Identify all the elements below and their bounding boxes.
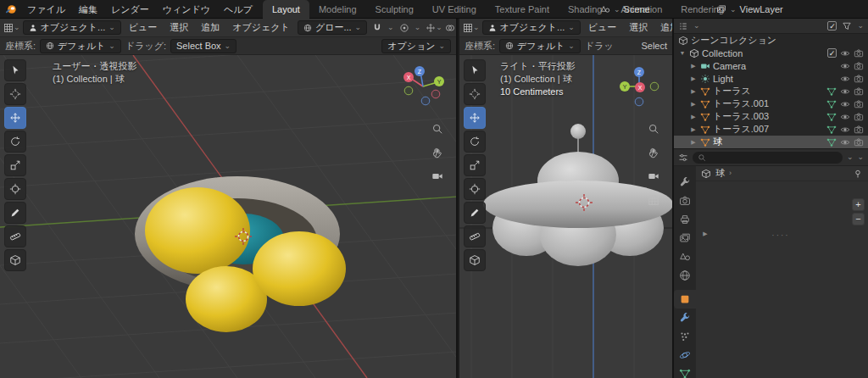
- tool-measure[interactable]: [4, 225, 26, 247]
- tool-scale[interactable]: [464, 154, 486, 176]
- 3d-viewport-canvas-right[interactable]: ライト・平行投影 (1) Collection | 球 10 Centimete…: [459, 55, 672, 378]
- tab-sculpting[interactable]: Sculpting: [366, 0, 423, 19]
- editor-type-button[interactable]: ⌄: [3, 20, 20, 36]
- menu-view[interactable]: ビュー: [583, 21, 622, 34]
- remove-item-button[interactable]: −: [852, 213, 865, 225]
- ortho-grid-icon[interactable]: [648, 194, 659, 206]
- tab-modifier-properties[interactable]: [674, 309, 696, 327]
- tab-layout[interactable]: Layout: [263, 0, 309, 19]
- 3d-viewport-canvas-left[interactable]: ユーザー・透視投影 (1) Collection | 球: [0, 55, 456, 378]
- render-visibility-camera-icon[interactable]: [854, 86, 864, 97]
- tab-output-properties[interactable]: [674, 210, 696, 229]
- expand-caret-icon[interactable]: ▶: [689, 139, 698, 146]
- render-visibility-camera-icon[interactable]: [854, 99, 864, 109]
- render-visibility-camera-icon[interactable]: [854, 125, 864, 135]
- tool-add-cube[interactable]: [4, 249, 26, 271]
- tool-cursor[interactable]: [464, 83, 486, 105]
- render-visibility-camera-icon[interactable]: [854, 74, 864, 84]
- coord-system-dropdown[interactable]: デフォルト ⌄: [499, 39, 581, 53]
- chevron-down-icon[interactable]: ⌄: [847, 153, 854, 161]
- collection-checkbox[interactable]: ✓: [827, 48, 837, 58]
- mode-dropdown[interactable]: オブジェクト... ⌄: [23, 20, 121, 35]
- zoom-icon[interactable]: [648, 123, 659, 135]
- outliner-row-collection[interactable]: ▼ Collection ✓: [674, 47, 868, 59]
- camera-view-icon[interactable]: [431, 170, 443, 182]
- outliner-row-camera[interactable]: ▶ Camera: [674, 59, 868, 72]
- add-item-button[interactable]: +: [852, 198, 865, 211]
- scene-selector[interactable]: ⌄ Scene: [600, 0, 650, 19]
- eye-icon[interactable]: [840, 74, 850, 84]
- filter-funnel-icon[interactable]: [842, 21, 852, 31]
- outliner-row-torus-001[interactable]: ▶ トーラス.001: [674, 97, 868, 110]
- tab-object-properties[interactable]: [674, 290, 696, 309]
- transform-orientation-dropdown[interactable]: グロー... ⌄: [298, 20, 367, 35]
- coord-system-dropdown[interactable]: デフォルト ⌄: [40, 39, 121, 53]
- chevron-down-icon[interactable]: ⌄: [857, 153, 864, 161]
- eye-icon[interactable]: [840, 99, 850, 109]
- properties-search-input[interactable]: [693, 152, 843, 164]
- tab-modeling[interactable]: Modeling: [309, 0, 366, 19]
- expand-caret-icon[interactable]: ▼: [678, 50, 687, 56]
- navigation-gizmo[interactable]: X Y Z: [398, 62, 448, 111]
- navigation-gizmo[interactable]: Z Y X: [615, 62, 664, 111]
- tool-scale[interactable]: [4, 154, 26, 176]
- outliner-row-light[interactable]: ▶ Light: [674, 72, 868, 85]
- menu-render[interactable]: レンダー: [104, 0, 156, 19]
- menu-view[interactable]: ビュー: [124, 21, 163, 34]
- camera-view-icon[interactable]: [648, 170, 659, 182]
- menu-edit[interactable]: 編集: [72, 0, 104, 19]
- filter-restriction-checkbox[interactable]: ✓: [827, 21, 837, 31]
- menu-object[interactable]: オブジェクト: [227, 21, 295, 34]
- eye-icon[interactable]: [840, 61, 850, 71]
- pan-hand-icon[interactable]: [431, 147, 443, 158]
- outliner-row-torus-007[interactable]: ▶ トーラス.007: [674, 123, 868, 136]
- drag-mode-value[interactable]: Select: [641, 41, 667, 51]
- eye-icon[interactable]: [840, 137, 850, 147]
- tool-transform[interactable]: [464, 178, 486, 200]
- drag-mode-dropdown[interactable]: Select Box ⌄: [170, 39, 236, 53]
- menu-select[interactable]: 選択: [164, 21, 193, 34]
- tool-move[interactable]: [464, 107, 486, 129]
- gizmos-toggle[interactable]: ⌄: [426, 20, 442, 36]
- tab-viewlayer-properties[interactable]: [674, 229, 696, 247]
- eye-icon[interactable]: [840, 112, 850, 122]
- tab-object-data-properties[interactable]: [674, 364, 696, 378]
- overlays-toggle[interactable]: ⌄: [445, 20, 456, 36]
- menu-select[interactable]: 選択: [624, 21, 653, 34]
- outliner-editor-icon[interactable]: [678, 21, 688, 31]
- tab-tool-properties[interactable]: [674, 173, 696, 192]
- expand-caret-icon[interactable]: ▶: [689, 88, 698, 95]
- tool-rotate[interactable]: [464, 131, 486, 153]
- proportional-options-chevron[interactable]: ⌄: [415, 24, 421, 31]
- eye-icon[interactable]: [840, 86, 850, 97]
- tool-add-cube[interactable]: [464, 249, 486, 271]
- tool-cursor[interactable]: [4, 83, 26, 105]
- expand-caret-icon[interactable]: ▶: [689, 63, 698, 69]
- panel-expand-caret-icon[interactable]: ▶: [701, 231, 709, 237]
- editor-type-button[interactable]: ⌄: [463, 20, 480, 36]
- properties-editor-icon[interactable]: [678, 153, 688, 163]
- mode-dropdown[interactable]: オブジェクト... ⌄: [482, 20, 581, 35]
- eye-icon[interactable]: [840, 48, 850, 58]
- tool-select-box[interactable]: [464, 59, 486, 81]
- tab-particle-properties[interactable]: [674, 327, 696, 346]
- expand-caret-icon[interactable]: ▶: [689, 101, 698, 108]
- tool-move[interactable]: [4, 107, 26, 129]
- tool-transform[interactable]: [4, 178, 26, 200]
- menu-add[interactable]: 追加: [655, 21, 672, 34]
- expand-caret-icon[interactable]: ▶: [689, 126, 698, 133]
- outliner-row-scene-collection[interactable]: シーンコレクション: [674, 34, 868, 47]
- zoom-icon[interactable]: [431, 123, 443, 135]
- tool-select-box[interactable]: [4, 59, 26, 81]
- expand-caret-icon[interactable]: ▶: [689, 75, 698, 82]
- tab-physics-properties[interactable]: [674, 346, 696, 364]
- pin-icon[interactable]: [853, 169, 863, 179]
- outliner-row-torus[interactable]: ▶ トーラス: [674, 85, 868, 97]
- chevron-down-icon[interactable]: ⌄: [857, 22, 864, 30]
- blender-logo-icon[interactable]: [5, 3, 17, 15]
- expand-caret-icon[interactable]: ▶: [689, 114, 698, 120]
- tab-world-properties[interactable]: [674, 266, 696, 285]
- outliner-row-torus-003[interactable]: ▶ トーラス.003: [674, 110, 868, 123]
- menu-help[interactable]: ヘルプ: [217, 0, 259, 19]
- pan-hand-icon[interactable]: [648, 147, 659, 158]
